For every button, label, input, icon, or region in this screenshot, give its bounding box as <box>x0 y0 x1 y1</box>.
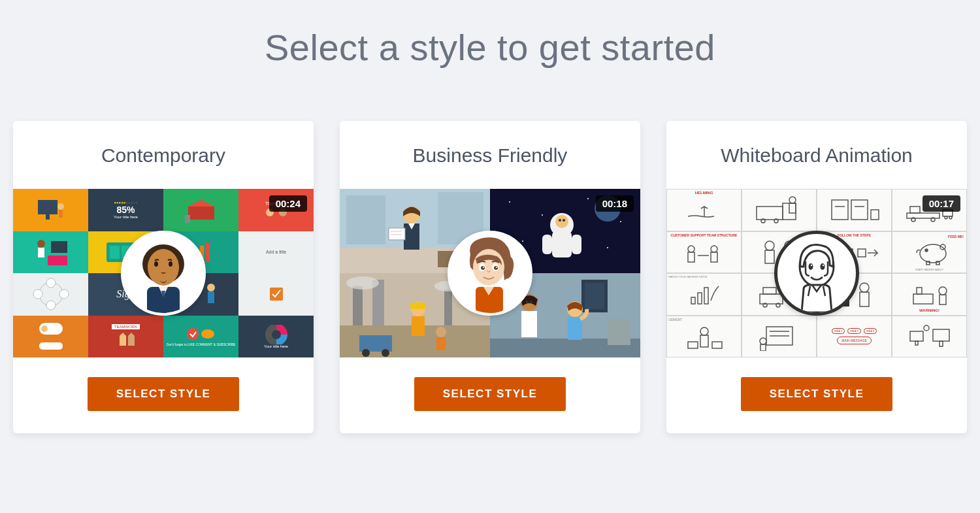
svg-point-151 <box>700 327 708 335</box>
svg-rect-134 <box>691 297 695 304</box>
svg-rect-163 <box>939 341 943 346</box>
svg-point-64 <box>563 219 565 222</box>
svg-rect-4 <box>188 207 214 220</box>
svg-point-168 <box>811 265 812 266</box>
svg-point-54 <box>620 221 621 222</box>
svg-rect-41 <box>346 195 385 244</box>
svg-point-38 <box>169 261 172 267</box>
svg-rect-137 <box>760 294 783 304</box>
svg-rect-154 <box>712 342 722 348</box>
svg-point-26 <box>207 284 215 291</box>
style-card-business-friendly: Business Friendly 00:18 <box>340 121 640 433</box>
svg-point-24 <box>46 278 56 288</box>
svg-rect-161 <box>915 341 918 345</box>
svg-rect-6 <box>185 215 190 223</box>
preview-whiteboard[interactable]: 00:17 HELMING CUSTOMER SUPPORT TEAM STRU… <box>666 189 967 357</box>
svg-rect-104 <box>789 203 796 213</box>
select-style-button-contemporary[interactable]: SELECT STYLE <box>88 377 240 411</box>
svg-rect-152 <box>700 335 708 347</box>
svg-point-9 <box>37 240 45 248</box>
svg-rect-79 <box>436 337 446 350</box>
svg-point-122 <box>765 241 774 250</box>
svg-rect-82 <box>585 283 604 309</box>
svg-rect-99 <box>757 207 783 220</box>
svg-rect-1 <box>46 214 50 220</box>
svg-point-53 <box>587 198 589 199</box>
svg-point-69 <box>346 276 379 290</box>
svg-rect-11 <box>51 241 67 253</box>
svg-point-2 <box>57 203 64 210</box>
svg-point-130 <box>925 249 928 252</box>
svg-rect-128 <box>858 249 866 257</box>
svg-rect-148 <box>917 288 922 294</box>
svg-rect-31 <box>39 342 63 350</box>
card-title-contemporary: Contemporary <box>13 121 314 189</box>
svg-point-116 <box>949 216 952 219</box>
svg-point-74 <box>382 349 389 357</box>
svg-point-164 <box>924 325 929 331</box>
svg-point-94 <box>481 266 485 270</box>
svg-point-36 <box>148 249 179 286</box>
svg-rect-20 <box>206 242 210 262</box>
svg-point-167 <box>821 263 825 270</box>
svg-rect-132 <box>936 261 939 265</box>
svg-point-51 <box>509 201 510 203</box>
svg-point-169 <box>823 265 824 266</box>
svg-rect-150 <box>939 295 946 305</box>
svg-rect-86 <box>521 311 537 337</box>
svg-point-78 <box>436 327 446 337</box>
svg-rect-76 <box>412 316 425 336</box>
svg-rect-136 <box>704 288 708 304</box>
select-style-button-whiteboard[interactable]: SELECT STYLE <box>741 377 893 411</box>
preview-business-friendly[interactable]: 00:18 <box>340 189 640 357</box>
svg-point-52 <box>542 214 543 216</box>
svg-rect-135 <box>698 293 702 304</box>
svg-point-166 <box>809 263 813 270</box>
svg-point-25 <box>46 301 56 310</box>
svg-point-55 <box>522 240 523 242</box>
svg-rect-12 <box>48 256 67 265</box>
svg-point-87 <box>526 301 529 303</box>
style-card-whiteboard: Whiteboard Animation 00:17 HELMING CU <box>666 121 967 433</box>
stat-label: 85% <box>116 205 135 215</box>
svg-point-33 <box>201 329 214 339</box>
svg-rect-3 <box>59 210 63 218</box>
svg-point-117 <box>688 246 694 252</box>
svg-rect-123 <box>765 250 774 263</box>
svg-rect-110 <box>907 213 939 218</box>
svg-marker-5 <box>188 200 214 207</box>
svg-rect-140 <box>763 288 776 294</box>
svg-point-22 <box>33 290 42 299</box>
duration-badge: 00:18 <box>596 195 634 212</box>
svg-point-95 <box>494 266 498 270</box>
select-style-button-business-friendly[interactable]: SELECT STYLE <box>414 377 566 411</box>
svg-point-91 <box>473 249 504 286</box>
svg-rect-10 <box>38 248 44 257</box>
svg-rect-66 <box>353 286 363 325</box>
svg-point-115 <box>945 216 947 219</box>
svg-point-56 <box>607 247 608 248</box>
svg-point-149 <box>939 287 947 295</box>
svg-point-63 <box>559 219 561 222</box>
svg-rect-47 <box>389 228 405 240</box>
svg-rect-84 <box>608 319 630 345</box>
svg-point-145 <box>860 283 869 292</box>
style-card-contemporary: Contemporary 00:24 ●●●●●●●●●● 85% Your t… <box>13 121 314 433</box>
svg-rect-77 <box>410 303 426 309</box>
svg-rect-60 <box>552 231 572 257</box>
svg-rect-0 <box>38 200 57 214</box>
preview-contemporary[interactable]: 00:24 ●●●●●●●●●● 85% Your title here Tha… <box>13 189 314 357</box>
svg-point-103 <box>789 197 796 203</box>
card-title-whiteboard: Whiteboard Animation <box>666 121 967 189</box>
page-title: Select a style to get started <box>0 0 980 121</box>
svg-point-88 <box>530 301 532 303</box>
svg-rect-61 <box>542 235 552 254</box>
svg-rect-153 <box>688 342 698 348</box>
svg-rect-146 <box>860 292 869 306</box>
svg-point-32 <box>187 328 199 340</box>
svg-rect-62 <box>572 235 581 254</box>
svg-point-129 <box>920 244 946 263</box>
svg-rect-90 <box>568 317 582 340</box>
svg-point-96 <box>483 267 484 268</box>
svg-point-97 <box>496 267 497 268</box>
